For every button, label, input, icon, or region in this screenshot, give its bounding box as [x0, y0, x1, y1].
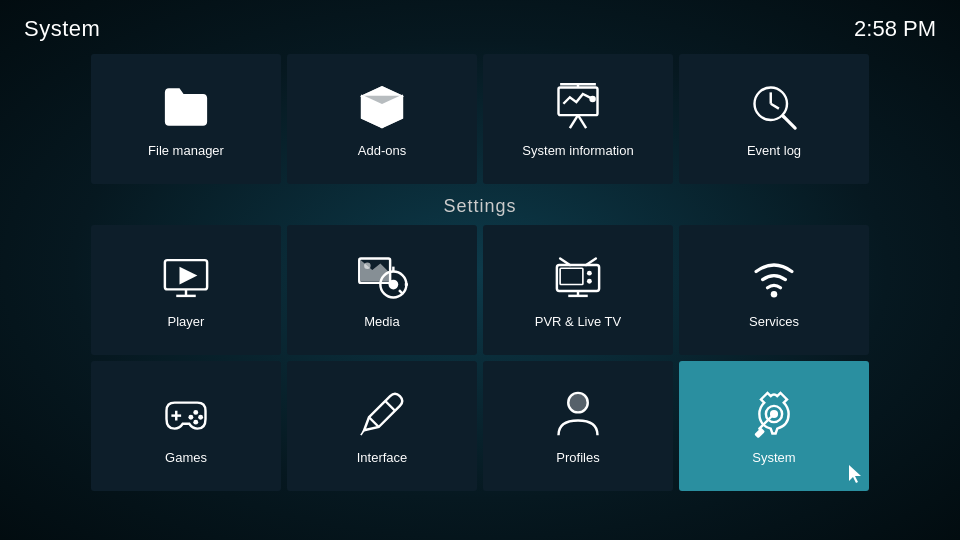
tile-label-interface: Interface: [357, 450, 408, 465]
clock-search-icon: [748, 81, 800, 133]
svg-point-30: [587, 270, 592, 275]
svg-line-39: [369, 417, 379, 427]
page-title: System: [24, 16, 100, 42]
tile-label-system: System: [752, 450, 795, 465]
tile-label-add-ons: Add-ons: [358, 143, 406, 158]
tile-label-pvr-live-tv: PVR & Live TV: [535, 314, 621, 329]
settings-row: Player Media PVR & Live TV Services: [0, 225, 960, 355]
folder-icon: [160, 81, 212, 133]
svg-line-41: [361, 430, 364, 435]
top-row: File manager Add-ons System information …: [0, 54, 960, 184]
box-icon: [356, 81, 408, 133]
tile-games[interactable]: Games: [91, 361, 281, 491]
svg-line-40: [385, 401, 395, 411]
svg-marker-48: [849, 465, 861, 483]
tile-label-event-log: Event log: [747, 143, 801, 158]
tile-label-player: Player: [168, 314, 205, 329]
svg-rect-47: [754, 427, 765, 438]
svg-line-8: [578, 115, 586, 128]
tile-event-log[interactable]: Event log: [679, 54, 869, 184]
tile-system[interactable]: System: [679, 361, 869, 491]
svg-line-7: [570, 115, 578, 128]
tile-label-system-information: System information: [522, 143, 633, 158]
svg-line-25: [399, 290, 403, 294]
tile-label-profiles: Profiles: [556, 450, 599, 465]
cursor-indicator: [849, 465, 861, 483]
tile-services[interactable]: Services: [679, 225, 869, 355]
svg-point-9: [589, 95, 596, 102]
svg-point-31: [587, 278, 592, 283]
tile-system-information[interactable]: System information: [483, 54, 673, 184]
clock: 2:58 PM: [854, 16, 936, 42]
wifi-icon: [748, 252, 800, 304]
tile-label-media: Media: [364, 314, 399, 329]
svg-point-43: [568, 392, 588, 412]
svg-point-32: [771, 291, 778, 298]
tile-pvr-live-tv[interactable]: PVR & Live TV: [483, 225, 673, 355]
tile-media[interactable]: Media: [287, 225, 477, 355]
svg-point-14: [782, 115, 785, 118]
pencil-icon: [356, 388, 408, 440]
gear-wrench-icon: [748, 388, 800, 440]
svg-point-37: [188, 414, 193, 419]
media-icon: [356, 252, 408, 304]
tile-label-games: Games: [165, 450, 207, 465]
tile-player[interactable]: Player: [91, 225, 281, 355]
bottom-row: Games Interface Profiles System: [0, 361, 960, 491]
tile-profiles[interactable]: Profiles: [483, 361, 673, 491]
settings-label: Settings: [0, 196, 960, 217]
person-icon: [552, 388, 604, 440]
svg-point-35: [193, 409, 198, 414]
svg-point-38: [193, 419, 198, 424]
tile-interface[interactable]: Interface: [287, 361, 477, 491]
tile-add-ons[interactable]: Add-ons: [287, 54, 477, 184]
header: System 2:58 PM: [0, 0, 960, 50]
svg-point-36: [198, 414, 203, 419]
svg-marker-18: [180, 266, 198, 284]
tile-label-file-manager: File manager: [148, 143, 224, 158]
tv-icon: [552, 252, 604, 304]
presentation-icon: [552, 81, 604, 133]
gamepad-icon: [160, 388, 212, 440]
svg-line-12: [771, 103, 779, 108]
tile-label-services: Services: [749, 314, 799, 329]
play-screen-icon: [160, 252, 212, 304]
tile-file-manager[interactable]: File manager: [91, 54, 281, 184]
svg-rect-29: [560, 268, 583, 284]
svg-point-20: [364, 262, 371, 269]
svg-point-22: [389, 279, 399, 289]
